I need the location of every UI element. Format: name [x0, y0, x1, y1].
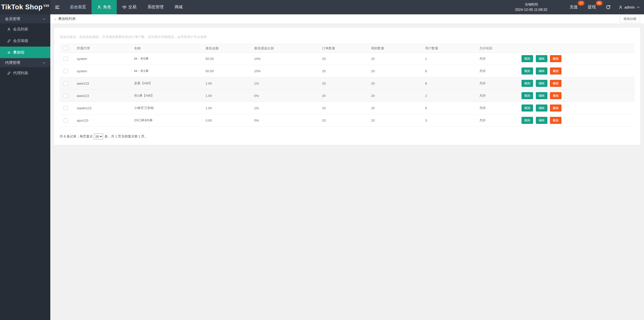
pagination-prefix: 共 6 条记录，每页显示 [60, 134, 93, 139]
cell-rules: 20 [367, 77, 421, 90]
sidebar-item-label: 会员列表 [13, 27, 28, 32]
cell-min-commission: 1% [250, 102, 318, 114]
sidebar-item-label: 叠加组 [13, 50, 24, 55]
edit-button[interactable]: 编辑 [536, 55, 547, 62]
top-nav: 后台首页 角色 交易 系统管理 商城 [64, 0, 188, 14]
sidebar-item-stack-group[interactable]: 叠加组 [0, 47, 50, 58]
cell-orders: 20 [318, 102, 367, 114]
user-menu[interactable]: admin [619, 5, 640, 9]
cell-agent: awei123 [73, 90, 130, 102]
person-icon [7, 27, 11, 31]
rule-button[interactable]: 规则 [521, 67, 533, 75]
chevron-down-icon [42, 17, 46, 21]
rule-button[interactable]: 规则 [521, 117, 533, 124]
delete-button[interactable]: 删除 [550, 117, 561, 124]
link-icon [7, 71, 11, 75]
cell-orders: 20 [318, 90, 367, 102]
list-icon [7, 51, 11, 54]
col-min-amount: 最低金额 [202, 44, 250, 53]
recharge-badge: 17 [578, 1, 584, 6]
refresh-icon[interactable] [606, 5, 611, 10]
withdraw-button[interactable]: 提现 65 [588, 5, 596, 10]
nav-label: 角色 [103, 5, 111, 10]
cell-agent: system [73, 65, 130, 77]
delete-button[interactable]: 删除 [550, 92, 561, 99]
top-header: TikTok ShopV20 后台首页 角色 交易 系统管理 商城 当地时间 2… [0, 0, 644, 14]
rule-button[interactable]: 规则 [521, 92, 533, 99]
cell-recycle: 允许 [475, 65, 517, 77]
nav-item-mall[interactable]: 商城 [169, 0, 188, 14]
nav-label: 后台首页 [70, 5, 86, 10]
page-title: 叠加组列表 [58, 17, 76, 21]
edit-button[interactable]: 编辑 [536, 92, 547, 99]
sidebar-item-agent-list[interactable]: 代理列表 [0, 67, 50, 79]
nav-item-roles[interactable]: 角色 [92, 0, 117, 14]
sidebar-item-member-level[interactable]: 会员等级 [0, 35, 50, 47]
row-checkbox[interactable] [64, 106, 68, 110]
edit-button[interactable]: 编辑 [536, 104, 547, 112]
menu-toggle-icon[interactable] [50, 0, 64, 14]
sidebar-item-label: 代理列表 [13, 71, 28, 76]
cell-users: 2 [421, 90, 475, 102]
cell-users: 6 [421, 65, 475, 77]
nav-label: 商城 [175, 5, 183, 10]
list-card: 添加分组后，必须添加规则，并且规则需要对应好订单个数，若出现不对称情况，会导致用… [54, 28, 640, 145]
cell-min-amount: 1.00 [202, 77, 250, 90]
edit-button[interactable]: 编辑 [536, 117, 547, 124]
per-page-select[interactable]: 20 [94, 133, 103, 139]
local-time: 当地时间 2024-12-05 11:08:32 [515, 2, 547, 12]
sidebar-item-member-list[interactable]: 会员列表 [0, 23, 50, 35]
nav-item-trade[interactable]: 交易 [117, 0, 142, 14]
table-row: ajun123 20订单补5单 0.00 0% 20 20 3 允许 规则 编辑… [60, 114, 635, 127]
cell-recycle: 允许 [475, 53, 517, 65]
cell-recycle: 允许 [475, 77, 517, 90]
nav-item-system[interactable]: 系统管理 [142, 0, 169, 14]
withdraw-badge: 65 [596, 1, 602, 6]
brand-version: V20 [44, 4, 49, 8]
rule-button[interactable]: 规则 [521, 80, 533, 87]
table-row: system kk - 补1单 50.00 10% 20 20 6 允许 规则 … [60, 65, 635, 77]
scales-icon [122, 5, 127, 9]
table-row: awei123 杀客【AW】 1.00 1% 20 20 6 允许 规则 编辑 … [60, 77, 635, 90]
sidebar-group-label: 代理管理 [5, 60, 20, 65]
sidebar-group-members[interactable]: 会员管理 [0, 14, 50, 23]
cell-orders: 20 [318, 114, 367, 127]
breadcrumb-bar: » 叠加组列表 添加分组 [50, 14, 644, 23]
delete-button[interactable]: 删除 [550, 80, 561, 87]
cell-rules: 20 [367, 90, 421, 102]
rule-button[interactable]: 规则 [521, 55, 533, 62]
row-checkbox[interactable] [64, 69, 68, 73]
table-body: system kk - 补5单 50.00 10% 20 20 1 允许 规则 … [60, 53, 635, 127]
col-actions [517, 44, 635, 53]
nav-item-dashboard[interactable]: 后台首页 [64, 0, 92, 14]
cell-name: kk - 补5单 [130, 53, 202, 65]
help-note: 添加分组后，必须添加规则，并且规则需要对应好订单个数，若出现不对称情况，会导致用… [60, 35, 635, 39]
sidebar-group-agents[interactable]: 代理管理 [0, 58, 50, 67]
groups-table: 所属代理 名称 最低金额 最低佣金比例 订单数量 规则数量 用户数量 允许轮回 … [60, 44, 635, 127]
recharge-button[interactable]: 充值 17 [570, 5, 578, 10]
edit-button[interactable]: 编辑 [536, 67, 547, 75]
person-icon [97, 5, 101, 9]
rule-button[interactable]: 规则 [521, 104, 533, 112]
row-checkbox[interactable] [64, 94, 68, 98]
content-area: 添加分组后，必须添加规则，并且规则需要对应好订单个数，若出现不对称情况，会导致用… [50, 23, 644, 320]
add-group-button[interactable]: 添加分组 [620, 15, 640, 23]
cell-users: 3 [421, 114, 475, 127]
cell-name: 杀客【AW】 [130, 77, 202, 90]
row-checkbox[interactable] [64, 57, 68, 61]
select-all-checkbox[interactable] [64, 46, 68, 50]
cell-rules: 20 [367, 102, 421, 114]
delete-button[interactable]: 删除 [550, 67, 561, 75]
cell-min-amount: 50.00 [202, 53, 250, 65]
row-checkbox[interactable] [64, 81, 68, 86]
cell-min-amount: 1.00 [202, 90, 250, 102]
cell-recycle: 允许 [475, 114, 517, 127]
table-row: system kk - 补5单 50.00 10% 20 20 1 允许 规则 … [60, 53, 635, 65]
col-name: 名称 [130, 44, 202, 53]
row-checkbox[interactable] [64, 118, 68, 123]
edit-button[interactable]: 编辑 [536, 80, 547, 87]
delete-button[interactable]: 删除 [550, 55, 561, 62]
cell-rules: 20 [367, 65, 421, 77]
cell-min-commission: 10% [250, 65, 318, 77]
delete-button[interactable]: 删除 [550, 104, 561, 112]
